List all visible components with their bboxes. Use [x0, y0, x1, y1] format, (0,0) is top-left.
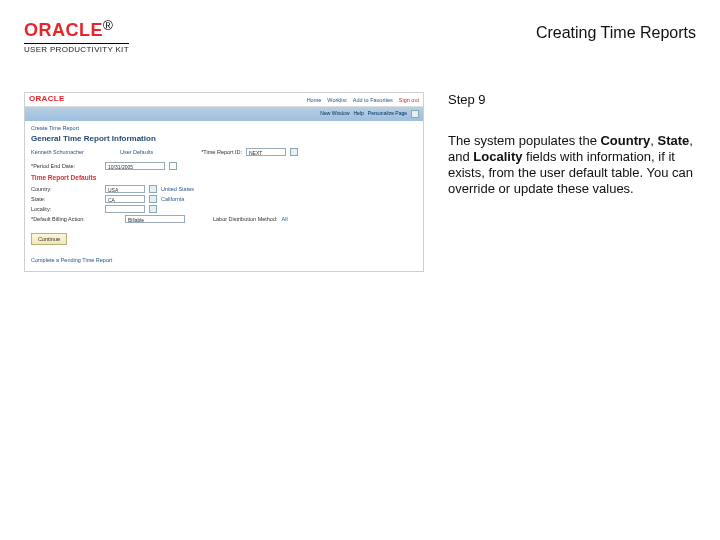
section-title: General Time Report Information — [31, 135, 417, 144]
newwindow-link[interactable]: New Window — [320, 111, 349, 117]
time-report-id-input[interactable]: NEXT — [246, 148, 286, 156]
lookup-icon[interactable] — [149, 205, 157, 213]
app-body: Create Time Report General Time Report I… — [25, 121, 423, 271]
labor-label: Labor Distribution Method: — [213, 216, 278, 222]
nav-worklist[interactable]: Worklist — [327, 97, 346, 103]
app-logo: ORACLE — [29, 95, 65, 104]
locality-label: Locality: — [31, 206, 101, 212]
oracle-logo: ORACLE® — [24, 18, 129, 41]
billing-select[interactable]: Billable — [125, 215, 185, 223]
lookup-icon[interactable] — [149, 185, 157, 193]
upk-subtitle: USER PRODUCTIVITY KIT — [24, 43, 129, 54]
app-screenshot: ORACLE Home Worklist Add to Favorites Si… — [24, 92, 424, 272]
calendar-icon[interactable] — [169, 162, 177, 170]
state-input[interactable]: CA — [105, 195, 145, 203]
instruction-text: The system populates the Country, State,… — [448, 133, 696, 198]
nav-home[interactable]: Home — [307, 97, 322, 103]
bold-locality: Locality — [473, 149, 522, 164]
lookup-icon[interactable] — [149, 195, 157, 203]
screenshot-panel: ORACLE Home Worklist Add to Favorites Si… — [24, 92, 424, 272]
step-label: Step 9 — [448, 92, 696, 108]
app-topbar: ORACLE Home Worklist Add to Favorites Si… — [25, 93, 423, 107]
brand-block: ORACLE® USER PRODUCTIVITY KIT — [24, 18, 129, 54]
billing-label: *Default Billing Action: — [31, 216, 121, 222]
state-label: State: — [31, 196, 101, 202]
defaults-section-title: Time Report Defaults — [31, 174, 417, 181]
continue-button[interactable]: Continue — [31, 233, 67, 245]
locality-input[interactable] — [105, 205, 145, 213]
trademark: ® — [103, 18, 113, 33]
nav-signout[interactable]: Sign out — [399, 97, 419, 103]
employee-name[interactable]: Kenneth Schumacher — [31, 149, 84, 155]
instruction-panel: Step 9 The system populates the Country,… — [448, 92, 696, 272]
breadcrumb[interactable]: Create Time Report — [31, 125, 417, 131]
period-end-label: *Period End Date: — [31, 163, 101, 169]
oracle-logo-text: ORACLE — [24, 20, 103, 40]
personalize-link[interactable]: Personalize Page — [368, 111, 407, 117]
help-link[interactable]: Help — [354, 111, 364, 117]
http-icon[interactable] — [411, 110, 419, 118]
country-input[interactable]: USA — [105, 185, 145, 193]
country-name: United States — [161, 186, 194, 192]
time-report-id-label: *Time Report ID: — [201, 149, 242, 155]
bold-country: Country — [600, 133, 650, 148]
period-end-input[interactable]: 10/31/2005 — [105, 162, 165, 170]
text-mid1: , — [650, 133, 657, 148]
state-name: California — [161, 196, 184, 202]
user-defaults-link[interactable]: User Defaults — [120, 149, 153, 155]
nav-add-favorites[interactable]: Add to Favorites — [353, 97, 393, 103]
pending-time-report-link[interactable]: Complete a Pending Time Report — [31, 257, 417, 263]
app-secondbar: New Window Help Personalize Page — [25, 107, 423, 121]
labor-link[interactable]: All — [282, 216, 288, 222]
country-label: Country: — [31, 186, 101, 192]
add-row-icon[interactable] — [290, 148, 298, 156]
app-nav: Home Worklist Add to Favorites Sign out — [307, 97, 419, 103]
page-title: Creating Time Reports — [536, 24, 696, 42]
bold-state: State — [658, 133, 690, 148]
text-pre: The system populates the — [448, 133, 600, 148]
